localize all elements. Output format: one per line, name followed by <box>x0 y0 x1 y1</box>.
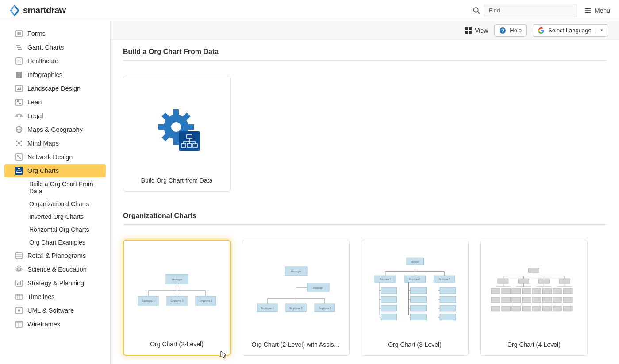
sidebar-sub-org-charts[interactable]: Organizational Charts <box>4 198 106 210</box>
svg-text:Employee 2: Employee 2 <box>170 299 183 302</box>
svg-rect-195 <box>553 297 561 303</box>
sidebar-item-retail[interactable]: Retail & Planograms <box>4 249 106 262</box>
container: Forms Gantt Charts Healthcare iInfograph… <box>0 21 619 364</box>
healthcare-icon <box>15 57 23 65</box>
menu-label: Menu <box>595 7 610 14</box>
svg-rect-17 <box>16 85 22 92</box>
svg-rect-138 <box>381 296 397 303</box>
svg-rect-184 <box>523 288 531 294</box>
org-preview-2level-icon: Manager Employee 1 Employee 2 Employee 3 <box>133 263 221 321</box>
sidebar-item-label: Forms <box>27 30 46 37</box>
brand-logo[interactable]: smartdraw <box>9 5 66 16</box>
svg-rect-10 <box>17 47 21 48</box>
sidebar-item-healthcare[interactable]: Healthcare <box>4 54 106 68</box>
sidebar-item-legal[interactable]: Legal <box>4 109 106 123</box>
sidebar-item-label: Mind Maps <box>27 140 59 147</box>
sidebar-item-forms[interactable]: Forms <box>4 27 106 40</box>
svg-text:Manager: Manager <box>172 278 182 281</box>
view-button[interactable]: View <box>465 27 488 34</box>
svg-line-29 <box>17 141 19 143</box>
card-org-3level[interactable]: Manager Employee 1 Employee 2 Employee 3 <box>361 240 469 356</box>
svg-rect-64 <box>16 321 22 327</box>
sidebar-item-network[interactable]: Network Design <box>4 150 106 164</box>
sidebar-item-label: Maps & Geography <box>27 126 83 133</box>
sidebar-sub-inverted[interactable]: Inverted Org Charts <box>4 211 106 223</box>
svg-rect-41 <box>20 172 22 173</box>
smartdraw-logo-icon <box>9 5 20 16</box>
sidebar-sub-horizontal[interactable]: Horizontal Org Charts <box>4 223 106 236</box>
svg-line-1 <box>477 11 480 14</box>
help-label: Help <box>510 27 522 34</box>
sidebar-item-gantt[interactable]: Gantt Charts <box>4 41 106 54</box>
sidebar-sub-label: Horizontal Org Charts <box>29 226 89 233</box>
sidebar-item-maps[interactable]: Maps & Geography <box>4 123 106 136</box>
card-visual <box>131 83 223 172</box>
card-title: Build Org Chart from Data <box>141 172 213 184</box>
svg-marker-63 <box>18 309 20 312</box>
build-card-grid: Build Org Chart from Data <box>111 76 619 204</box>
svg-rect-55 <box>17 283 18 285</box>
search-input[interactable] <box>484 4 577 17</box>
org-preview-3level-icon: Manager Employee 1 Employee 2 Employee 3 <box>369 254 461 330</box>
lean-icon <box>15 98 23 106</box>
sidebar-item-label: Wireframes <box>27 321 60 328</box>
card-org-2level[interactable]: Manager Employee 1 Employee 2 Employee 3… <box>123 240 231 356</box>
sidebar-item-landscape[interactable]: Landscape Design <box>4 82 106 95</box>
card-title: Org Chart (4-Level) <box>507 337 561 348</box>
svg-rect-171 <box>538 279 549 283</box>
svg-rect-149 <box>411 305 427 311</box>
svg-line-36 <box>18 156 20 158</box>
card-org-4level[interactable]: Org Chart (4-Level) <box>480 240 588 356</box>
svg-text:Employee 2: Employee 2 <box>289 307 302 310</box>
sidebar-sub-build-from-data[interactable]: Build a Org Chart From Data <box>4 178 106 197</box>
sidebar-item-label: Science & Education <box>27 266 87 273</box>
svg-rect-47 <box>16 253 22 259</box>
svg-rect-196 <box>563 297 572 303</box>
language-button[interactable]: Select Language | ▼ <box>533 24 608 37</box>
timeline-icon <box>15 293 23 301</box>
svg-rect-185 <box>532 288 541 294</box>
svg-point-82 <box>171 122 181 132</box>
language-label: Select Language <box>548 27 592 34</box>
sidebar-item-orgcharts[interactable]: Org Charts <box>4 164 106 177</box>
help-button[interactable]: ? Help <box>494 24 527 37</box>
card-org-2level-assistant[interactable]: Manager Assistant Employee 1 Employee 2 … <box>242 240 350 356</box>
svg-rect-182 <box>502 288 511 294</box>
svg-rect-187 <box>553 288 561 294</box>
svg-rect-200 <box>523 306 531 311</box>
svg-rect-69 <box>465 31 468 34</box>
section-build-from-data: Build a Org Chart From Data <box>111 40 619 76</box>
sidebar-item-wireframes[interactable]: Wireframes <box>4 318 106 331</box>
svg-rect-181 <box>491 288 500 294</box>
legal-icon <box>15 112 23 120</box>
svg-rect-39 <box>16 172 18 173</box>
sidebar-item-strategy[interactable]: Strategy & Planning <box>4 276 106 290</box>
svg-line-32 <box>19 143 21 146</box>
menu-button[interactable]: Menu <box>584 7 610 15</box>
gantt-icon <box>15 43 23 51</box>
svg-rect-169 <box>498 279 508 283</box>
grid-icon <box>465 27 472 34</box>
search-icon[interactable] <box>473 7 481 15</box>
svg-text:i: i <box>18 72 19 77</box>
svg-text:Employee 3: Employee 3 <box>318 307 331 310</box>
card-visual: Manager Employee 1 Employee 2 Employee 3 <box>369 247 461 337</box>
sidebar-sub-examples[interactable]: Org Chart Examples <box>4 236 106 249</box>
svg-rect-70 <box>469 31 472 34</box>
svg-rect-197 <box>491 306 500 311</box>
orgchart-icon <box>15 167 23 175</box>
svg-point-53 <box>19 269 20 270</box>
sidebar-item-label: Lean <box>27 99 42 106</box>
card-build-from-data[interactable]: Build Org Chart from Data <box>123 76 231 192</box>
svg-rect-67 <box>465 27 468 30</box>
svg-rect-198 <box>502 306 511 311</box>
sidebar-item-mindmaps[interactable]: Mind Maps <box>4 137 106 150</box>
sidebar-item-uml[interactable]: UML & Software <box>4 304 106 317</box>
svg-text:Employee 2: Employee 2 <box>409 278 421 280</box>
sidebar-item-infographics[interactable]: iInfographics <box>4 68 106 81</box>
sidebar-item-lean[interactable]: Lean <box>4 96 106 109</box>
sidebar-item-timelines[interactable]: Timelines <box>4 290 106 303</box>
sidebar-item-science[interactable]: Science & Education <box>4 263 106 276</box>
sidebar-item-label: Gantt Charts <box>27 44 64 51</box>
org-preview-2level-assist-icon: Manager Assistant Employee 1 Employee 2 … <box>252 259 340 325</box>
